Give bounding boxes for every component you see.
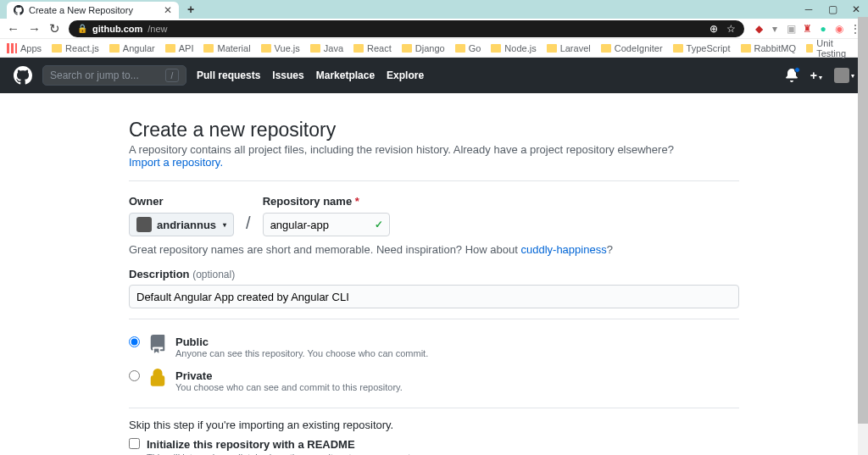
owner-value: andriannus: [157, 219, 216, 231]
bookmark-folder[interactable]: Go: [455, 43, 481, 53]
url-bar[interactable]: 🔒 github.com/new ⊕ ☆: [69, 20, 744, 37]
create-new-dropdown[interactable]: +▾: [810, 69, 822, 82]
bookmark-folder[interactable]: Unit Testing: [806, 38, 849, 58]
ext-icon[interactable]: ●: [817, 23, 829, 35]
close-tab-icon[interactable]: ✕: [164, 4, 172, 16]
ext-icon[interactable]: ▣: [785, 23, 797, 35]
github-header: Search or jump to... / Pull requests Iss…: [0, 58, 868, 93]
page-subtitle: A repository contains all project files,…: [129, 143, 739, 169]
close-window-icon[interactable]: ✕: [849, 3, 863, 15]
star-icon[interactable]: ☆: [726, 23, 736, 35]
folder-icon: [806, 44, 813, 53]
url-path: /new: [147, 24, 167, 34]
bookmark-folder[interactable]: Material: [203, 43, 250, 53]
repo-name-input[interactable]: [263, 213, 390, 236]
page-title: Create a new repository: [129, 119, 739, 141]
import-repo-link[interactable]: Import a repository.: [129, 156, 223, 169]
avatar: [834, 68, 849, 83]
readme-row: Initialize this repository with a README…: [129, 438, 739, 455]
browser-toolbar: ← → ↻ 🔒 github.com/new ⊕ ☆ ◆ ▾ ▣ ♜ ● ◉ ⋮: [0, 19, 868, 39]
notification-dot-icon: [794, 67, 800, 73]
maximize-icon[interactable]: ▢: [826, 3, 839, 15]
browser-tab[interactable]: Create a New Repository ✕: [7, 2, 179, 19]
bookmark-folder[interactable]: CodeIgniter: [601, 43, 663, 53]
owner-select[interactable]: andriannus ▾: [129, 213, 234, 236]
visibility-private-row[interactable]: Private You choose who can see and commi…: [129, 363, 739, 397]
folder-icon: [601, 44, 611, 53]
apps-icon: [7, 43, 17, 53]
readme-label: Initialize this repository with a README: [147, 438, 355, 451]
bookmark-folder[interactable]: React.js: [52, 43, 99, 53]
visibility-public-row[interactable]: Public Anyone can see this repository. Y…: [129, 330, 739, 363]
description-input[interactable]: [129, 285, 739, 308]
repo-icon: [148, 335, 167, 353]
extension-icons: ◆ ▾ ▣ ♜ ● ◉ ⋮: [753, 23, 861, 35]
github-logo-icon[interactable]: [14, 66, 32, 85]
folder-icon: [402, 44, 412, 53]
browser-tabbar: Create a New Repository ✕ + ─ ▢ ✕: [0, 0, 868, 19]
forward-icon[interactable]: →: [28, 21, 41, 36]
main-content: Create a new repository A repository con…: [129, 93, 739, 455]
url-domain: github.com: [92, 24, 142, 34]
folder-icon: [491, 44, 501, 53]
search-in-url-icon[interactable]: ⊕: [709, 23, 718, 35]
folder-icon: [673, 44, 683, 53]
visibility-public-radio[interactable]: [129, 336, 140, 347]
owner-label: Owner: [129, 195, 234, 208]
folder-icon: [52, 44, 62, 53]
github-favicon-icon: [14, 5, 24, 15]
folder-icon: [455, 44, 465, 53]
name-suggestion-link[interactable]: cuddly-happiness: [520, 243, 606, 256]
owner-field: Owner andriannus ▾: [129, 195, 234, 236]
window-controls: ─ ▢ ✕: [802, 3, 863, 15]
ext-icon[interactable]: ◉: [833, 23, 845, 35]
bookmark-folder[interactable]: Vue.js: [261, 43, 300, 53]
notifications-icon[interactable]: [785, 69, 798, 82]
visibility-public-note: Anyone can see this repository. You choo…: [175, 348, 428, 358]
nav-pull-requests[interactable]: Pull requests: [197, 69, 260, 81]
folder-icon: [310, 44, 320, 53]
lock-icon: [148, 369, 167, 387]
nav-marketplace[interactable]: Marketplace: [316, 69, 375, 81]
visibility-private-label: Private: [175, 369, 212, 382]
bookmark-folder[interactable]: API: [165, 43, 194, 53]
user-menu[interactable]: ▾: [834, 68, 854, 83]
folder-icon: [353, 44, 364, 53]
minimize-icon[interactable]: ─: [802, 3, 815, 15]
bookmark-folder[interactable]: Java: [310, 43, 343, 53]
ext-icon[interactable]: ◆: [753, 23, 765, 35]
description-label: Description (optional): [129, 268, 739, 280]
ext-icon[interactable]: ♜: [801, 23, 813, 35]
bookmark-folder[interactable]: Laravel: [547, 43, 591, 53]
scroll-thumb[interactable]: [858, 17, 868, 424]
github-search-input[interactable]: Search or jump to... /: [42, 65, 186, 86]
bookmark-folder[interactable]: React: [353, 43, 392, 53]
back-icon[interactable]: ←: [7, 21, 19, 36]
search-placeholder: Search or jump to...: [50, 69, 139, 81]
check-icon: ✓: [375, 219, 383, 230]
bookmark-folder[interactable]: Django: [402, 43, 445, 53]
bookmark-folder[interactable]: RabbitMQ: [741, 43, 797, 53]
reload-icon[interactable]: ↻: [49, 21, 60, 36]
folder-icon: [109, 44, 120, 53]
new-tab-button[interactable]: +: [187, 3, 194, 16]
folder-icon: [741, 44, 751, 53]
repo-name-field: Repository name * ✓: [263, 195, 390, 236]
nav-issues[interactable]: Issues: [272, 69, 303, 81]
bookmark-folder[interactable]: Angular: [109, 43, 155, 53]
folder-icon: [165, 44, 175, 53]
bookmark-apps[interactable]: Apps: [7, 43, 42, 53]
bookmark-folder[interactable]: Node.js: [491, 43, 536, 53]
readme-checkbox[interactable]: [129, 438, 140, 449]
ext-icon[interactable]: ▾: [769, 23, 781, 35]
bookmark-folder[interactable]: TypeScript: [673, 43, 731, 53]
visibility-private-note: You choose who can see and commit to thi…: [175, 382, 403, 392]
lock-icon: 🔒: [77, 24, 87, 33]
nav-explore[interactable]: Explore: [387, 69, 424, 81]
name-hint: Great repository names are short and mem…: [129, 243, 739, 256]
search-slash-icon: /: [165, 69, 179, 82]
visibility-private-radio[interactable]: [129, 370, 140, 381]
scrollbar[interactable]: [858, 17, 868, 455]
tab-title: Create a New Repository: [29, 5, 133, 15]
bookmarks-bar: Apps React.js Angular API Material Vue.j…: [0, 39, 868, 58]
